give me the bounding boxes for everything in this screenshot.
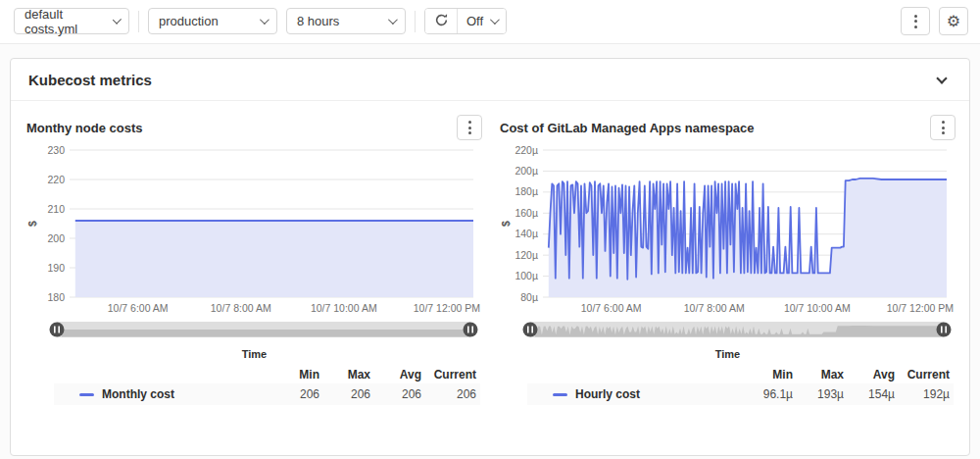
svg-text:230: 230 [47,144,65,156]
environment-select-value: production [159,14,219,28]
panel-title: Kubecost metrics [28,72,152,88]
chart-title: Cost of GitLab Managed Apps namespace [500,121,755,135]
kebab-menu-icon [468,121,471,134]
svg-text:$: $ [500,221,512,227]
svg-text:10/7 10:00 AM: 10/7 10:00 AM [311,302,377,314]
chart-zoom-brush[interactable] [48,320,479,339]
series-avg: 206 [370,387,421,401]
dashboard-select[interactable]: default costs.yml [14,8,129,34]
svg-text:180: 180 [47,291,65,303]
x-axis-label: Time [498,348,957,360]
svg-text:180µ: 180µ [514,185,538,197]
svg-text:10/7 8:00 AM: 10/7 8:00 AM [684,302,745,314]
series-current: 192µ [895,387,950,401]
legend-header-min: Min [742,368,793,382]
line-chart: 220µ200µ180µ160µ140µ120µ100µ80µ10/7 6:00… [498,140,956,315]
refresh-group: Off [424,8,507,34]
svg-text:100µ: 100µ [514,270,538,281]
legend-header-current: Current [895,368,950,382]
legend-header-max: Max [319,368,370,382]
panel-header-toggle[interactable]: Kubecost metrics [11,59,969,101]
series-min: 206 [269,387,319,401]
series-swatch [79,393,94,396]
svg-text:190: 190 [47,262,65,274]
series-min: 96.1µ [742,387,793,401]
svg-text:200µ: 200µ [514,165,538,177]
series-avg: 154µ [844,387,895,401]
charts-row: Monthy node costs 23022021020019018010/7… [11,101,969,405]
auto-refresh-dropdown[interactable]: Off [458,9,506,33]
series-swatch [553,393,567,396]
svg-text:120µ: 120µ [514,249,538,261]
legend-series-row[interactable]: Hourly cost 96.1µ 193µ 154µ 192µ [527,383,954,405]
svg-text:140µ: 140µ [514,228,538,239]
svg-text:220µ: 220µ [514,144,538,156]
metrics-settings-button[interactable]: ⚙ [939,7,968,35]
svg-text:10/7 8:00 AM: 10/7 8:00 AM [211,302,271,314]
series-label: Hourly cost [575,387,640,401]
svg-text:10/7 12:00 PM: 10/7 12:00 PM [414,302,480,314]
chevron-down-icon [490,15,500,25]
svg-text:10/7 10:00 AM: 10/7 10:00 AM [784,302,851,314]
collapse-chevron-icon [936,73,947,83]
series-label: Monthly cost [102,387,174,401]
kebab-menu-icon [942,121,945,134]
auto-refresh-value: Off [466,14,483,28]
svg-text:200: 200 [47,232,65,244]
svg-text:160µ: 160µ [514,207,538,219]
legend-header-current: Current [421,368,476,382]
svg-text:10/7 6:00 AM: 10/7 6:00 AM [108,302,169,314]
chart-gitlab-managed-apps-cost: Cost of GitLab Managed Apps namespace 22… [498,111,957,405]
kubecost-metrics-panel: Kubecost metrics Monthy node costs 23022… [10,58,970,456]
svg-text:$: $ [26,221,38,227]
series-max: 206 [319,387,370,401]
chart-legend: Min Max Avg Current Hourly cost 96.1µ 19… [527,366,954,405]
gear-icon: ⚙ [947,14,960,29]
dashboard-actions-button[interactable] [901,7,930,35]
legend-header-avg: Avg [844,368,895,382]
chart-zoom-brush[interactable] [521,320,953,339]
chart-menu-button[interactable] [930,115,956,140]
refresh-button[interactable] [425,9,458,33]
chevron-down-icon [388,15,398,25]
metrics-toolbar: default costs.yml production 8 hours Off… [0,0,980,44]
toolbar-divider [138,11,139,32]
chart-legend: Min Max Avg Current Monthly cost 206 206… [54,366,480,405]
chart-title: Monthy node costs [26,121,142,135]
svg-text:210: 210 [47,203,65,215]
svg-text:10/7 6:00 AM: 10/7 6:00 AM [581,302,642,314]
refresh-icon [434,13,449,30]
chevron-down-icon [260,15,270,25]
x-axis-label: Time [24,348,484,360]
line-chart: 23022021020019018010/7 6:00 AM10/7 8:00 … [24,140,483,315]
chart-monthly-node-costs: Monthy node costs 23022021020019018010/7… [24,111,484,405]
chevron-down-icon [113,16,122,25]
svg-text:10/7 12:00 PM: 10/7 12:00 PM [887,302,954,314]
series-current: 206 [421,387,476,401]
legend-header-max: Max [793,368,844,382]
svg-text:80µ: 80µ [520,291,538,303]
legend-header-min: Min [269,368,319,382]
legend-series-row[interactable]: Monthly cost 206 206 206 206 [54,383,480,405]
time-range-select[interactable]: 8 hours [286,8,406,34]
environment-select[interactable]: production [148,8,277,34]
series-max: 193µ [793,387,844,401]
legend-header-avg: Avg [370,368,421,382]
chart-menu-button[interactable] [457,115,482,140]
toolbar-divider [415,11,416,32]
svg-text:220: 220 [47,174,65,185]
dashboard-select-value: default costs.yml [24,7,103,36]
time-range-select-value: 8 hours [297,14,339,28]
kebab-menu-icon [914,15,917,28]
